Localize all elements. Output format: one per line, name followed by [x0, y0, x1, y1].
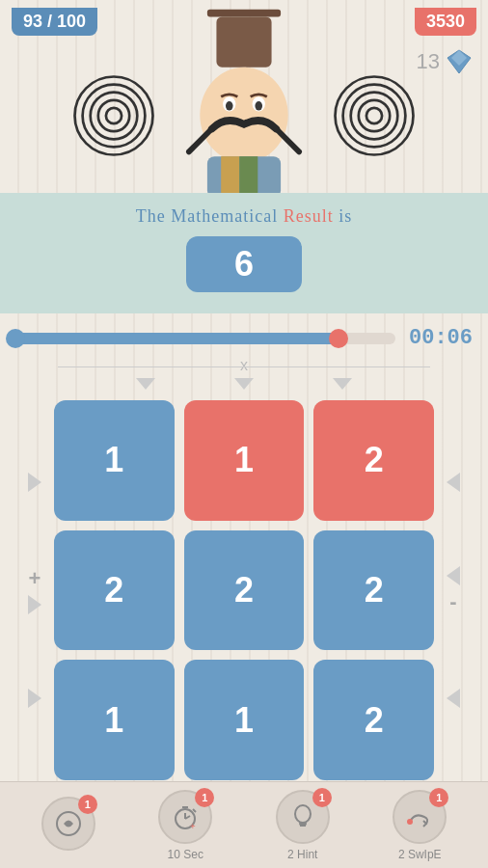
- svg-point-17: [336, 77, 414, 155]
- arrow-down-3: [333, 378, 352, 390]
- diamond-icon: [446, 48, 473, 75]
- toolbar-label-1: 10 Sec: [168, 848, 203, 861]
- svg-rect-15: [221, 156, 239, 198]
- right-spiral: [331, 72, 418, 159]
- row3-left-arrow[interactable]: [28, 689, 41, 708]
- grid-cell-0[interactable]: 1: [54, 400, 175, 521]
- grid-cell-3[interactable]: 2: [54, 530, 175, 651]
- svg-point-18: [343, 85, 406, 148]
- svg-line-27: [193, 809, 196, 812]
- grid-wrapper: + 112222112 -: [0, 400, 488, 780]
- toolbar-badge-2: 1: [312, 788, 332, 807]
- right-controls: -: [434, 436, 473, 745]
- svg-point-29: [295, 805, 311, 823]
- minus-button[interactable]: -: [449, 589, 456, 614]
- score-display: 93 / 100: [12, 8, 97, 36]
- toolbar-badge-0: 1: [78, 795, 97, 814]
- toolbar-icon-wrap-0: 1: [41, 797, 95, 851]
- toolbar-item-3[interactable]: 12 SwIpE: [393, 790, 447, 861]
- toolbar-icon-wrap-1: +1: [158, 790, 212, 844]
- game-grid: 112222112: [54, 400, 434, 780]
- answer-box: 6: [186, 236, 302, 292]
- question-text: The Mathematical Result is: [19, 206, 469, 227]
- toolbar-icon-wrap-3: 1: [393, 790, 447, 844]
- arrow-down-2: [234, 378, 254, 390]
- x-label: x: [240, 357, 248, 374]
- arrow-down-1: [136, 378, 155, 390]
- question-suffix: is: [334, 206, 353, 226]
- plus-button[interactable]: +: [29, 566, 41, 591]
- svg-point-12: [226, 101, 233, 111]
- left-spiral: [70, 72, 157, 159]
- points-display: 3530: [415, 8, 476, 36]
- svg-point-21: [366, 108, 382, 123]
- grid-cell-4[interactable]: 2: [184, 530, 305, 651]
- timer-fill: [15, 333, 339, 344]
- timer-bar: [15, 333, 395, 344]
- header: 93 / 100 3530: [0, 0, 488, 42]
- timer-display: 00:06: [405, 326, 473, 350]
- svg-point-32: [407, 819, 413, 825]
- row2-right-arrow[interactable]: [447, 566, 460, 585]
- timer-area: 00:06: [0, 316, 488, 360]
- left-controls: +: [15, 436, 54, 745]
- row3-right-arrow[interactable]: [447, 689, 460, 708]
- toolbar-badge-1: 1: [195, 788, 214, 807]
- diamond-counter: 13: [417, 48, 473, 75]
- svg-point-9: [200, 68, 287, 163]
- svg-point-3: [83, 85, 146, 148]
- arrow-row: [0, 378, 488, 390]
- question-banner: The Mathematical Result is 6: [0, 193, 488, 313]
- bottom-toolbar: 1+110 Sec12 Hint12 SwIpE: [0, 781, 488, 868]
- toolbar-label-3: 2 SwIpE: [398, 848, 442, 861]
- toolbar-item-0[interactable]: 1: [41, 797, 95, 854]
- grid-cell-6[interactable]: 1: [54, 660, 175, 780]
- grid-cell-7[interactable]: 1: [184, 660, 305, 780]
- grid-cell-1[interactable]: 1: [184, 400, 305, 521]
- grid-cell-5[interactable]: 2: [313, 530, 434, 651]
- timer-marker: [329, 329, 348, 348]
- diamond-count: 13: [417, 49, 440, 74]
- svg-point-5: [98, 100, 129, 131]
- svg-point-6: [106, 108, 122, 123]
- divider: [58, 366, 430, 367]
- question-highlight: Result: [284, 206, 334, 226]
- toolbar-icon-wrap-2: 1: [276, 790, 330, 844]
- toolbar-item-1[interactable]: +110 Sec: [158, 790, 212, 861]
- timer-handle: [6, 329, 25, 348]
- row2-left-arrow[interactable]: [28, 595, 41, 614]
- grid-cell-8[interactable]: 2: [313, 660, 434, 780]
- toolbar-badge-3: 1: [429, 788, 448, 807]
- svg-point-20: [359, 100, 390, 131]
- toolbar-item-2[interactable]: 12 Hint: [276, 790, 330, 861]
- question-prefix: The Mathematical: [136, 206, 284, 226]
- svg-rect-16: [239, 156, 258, 198]
- row1-left-arrow[interactable]: [28, 473, 41, 492]
- grid-cell-2[interactable]: 2: [313, 400, 434, 521]
- row1-right-arrow[interactable]: [447, 473, 460, 492]
- svg-text:+: +: [190, 821, 196, 831]
- svg-point-2: [75, 77, 153, 155]
- svg-point-13: [255, 101, 262, 111]
- toolbar-label-2: 2 Hint: [287, 848, 317, 861]
